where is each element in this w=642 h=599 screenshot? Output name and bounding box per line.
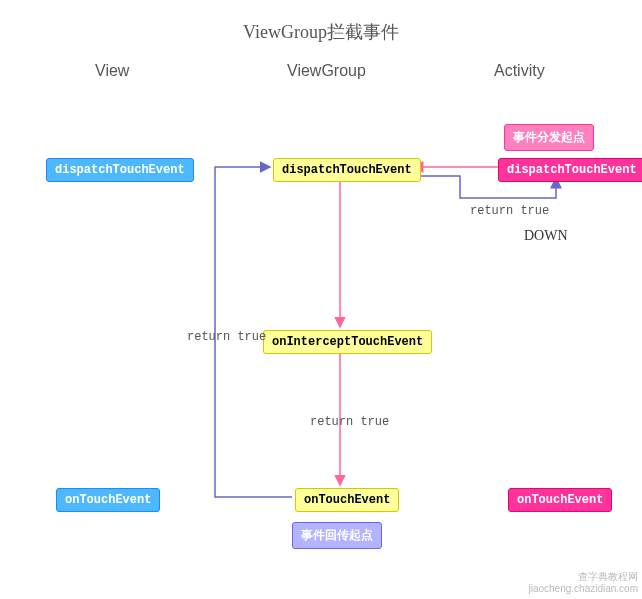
- watermark: 查字典教程网 jiaocheng.chazidian.com: [528, 571, 638, 595]
- watermark-line2: jiaocheng.chazidian.com: [528, 583, 638, 594]
- node-vg-ontouch: onTouchEvent: [295, 488, 399, 512]
- label-return-true-mid: return true: [310, 415, 389, 429]
- node-act-ontouch: onTouchEvent: [508, 488, 612, 512]
- diagram-title: ViewGroup拦截事件: [0, 20, 642, 44]
- node-view-dispatch: dispatchTouchEvent: [46, 158, 194, 182]
- col-header-view: View: [95, 62, 129, 80]
- col-header-viewgroup: ViewGroup: [287, 62, 366, 80]
- col-header-activity: Activity: [494, 62, 545, 80]
- watermark-line1: 查字典教程网: [578, 571, 638, 582]
- label-down: DOWN: [524, 228, 568, 244]
- label-return-true-top: return true: [470, 204, 549, 218]
- node-vg-intercept: onInterceptTouchEvent: [263, 330, 432, 354]
- label-return-true-left: return true: [187, 330, 266, 344]
- node-vg-end: 事件回传起点: [292, 522, 382, 549]
- node-view-ontouch: onTouchEvent: [56, 488, 160, 512]
- node-vg-dispatch: dispatchTouchEvent: [273, 158, 421, 182]
- node-act-dispatch: dispatchTouchEvent: [498, 158, 642, 182]
- node-act-start: 事件分发起点: [504, 124, 594, 151]
